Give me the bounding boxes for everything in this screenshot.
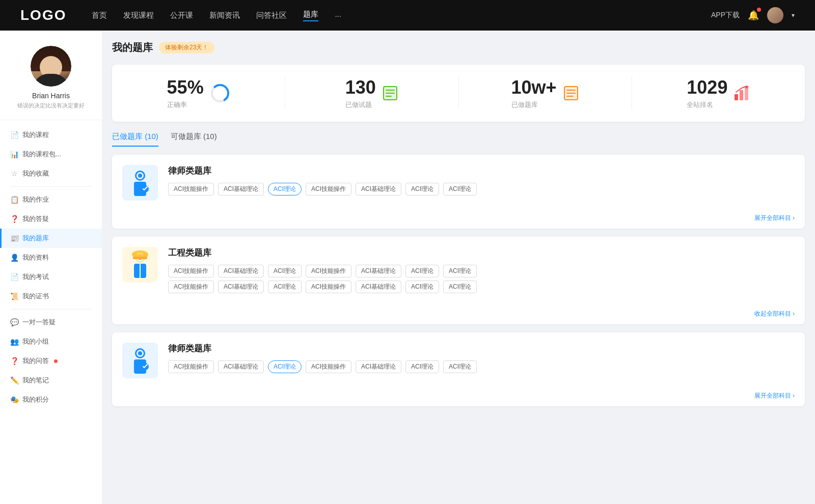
engineer-icon-wrap — [122, 247, 158, 283]
user-profile: Brian Harris 错误的决定比没有决定要好 — [0, 41, 102, 120]
category-card-lawyer-1: 律师类题库 ACI技能操作 ACI基础理论 ACI理论 ACI技能操作 ACI基… — [112, 155, 805, 229]
tag-lawyer1-3[interactable]: ACI技能操作 — [306, 183, 351, 195]
trial-badge: 体验剩余23天！ — [159, 42, 214, 53]
tag-lawyer1-1[interactable]: ACI基础理论 — [218, 183, 264, 195]
done-banks-icon — [563, 85, 579, 101]
sidebar-item-group[interactable]: 👥 我的小组 — [0, 332, 102, 351]
expand-lawyer-2[interactable]: 展开全部科目 › — [112, 388, 805, 406]
tag-eng-r1-3[interactable]: ACI技能操作 — [306, 265, 351, 277]
user-dropdown-arrow[interactable]: ▾ — [792, 12, 795, 19]
one-on-one-icon: 💬 — [10, 318, 18, 326]
tag-lawyer2-0[interactable]: ACI技能操作 — [168, 360, 214, 373]
stat-ranking-label: 全站排名 — [687, 100, 727, 109]
stat-done-questions-label: 已做试题 — [345, 100, 376, 109]
sidebar-item-question-bank[interactable]: 📰 我的题库 — [0, 229, 102, 248]
sidebar-item-favorites[interactable]: ☆ 我的收藏 — [0, 164, 102, 183]
sidebar-item-profile[interactable]: 👤 我的资料 — [0, 248, 102, 267]
tag-lawyer1-2[interactable]: ACI理论 — [268, 183, 302, 195]
navbar-right: APP下载 🔔 ▾ — [711, 7, 795, 23]
lawyer-svg-icon-2 — [128, 346, 152, 375]
stat-done-banks-label: 已做题库 — [511, 100, 557, 109]
tab-done-banks[interactable]: 已做题库 (10) — [112, 132, 158, 147]
svg-rect-25 — [133, 257, 147, 259]
category-content-lawyer-2: 律师类题库 ACI技能操作 ACI基础理论 ACI理论 ACI技能操作 ACI基… — [168, 343, 795, 376]
tag-eng-r1-2[interactable]: ACI理论 — [268, 265, 302, 277]
sidebar-item-exam[interactable]: 📄 我的考试 — [0, 267, 102, 287]
tag-eng-r1-4[interactable]: ACI基础理论 — [356, 265, 401, 277]
tag-lawyer1-5[interactable]: ACI理论 — [405, 183, 439, 195]
page-header: 我的题库 体验剩余23天！ — [112, 41, 805, 54]
user-avatar-nav[interactable] — [767, 7, 783, 23]
sidebar-item-course-package[interactable]: 📊 我的课程包... — [0, 145, 102, 164]
tag-eng-r1-0[interactable]: ACI技能操作 — [168, 265, 214, 277]
tag-lawyer2-5[interactable]: ACI理论 — [405, 360, 439, 373]
tags-row-engineer-2: ACI技能操作 ACI基础理论 ACI理论 ACI技能操作 ACI基础理论 AC… — [168, 281, 795, 293]
my-qa-icon: ❓ — [10, 357, 18, 365]
question-bank-icon: 📰 — [10, 234, 18, 242]
tag-lawyer1-4[interactable]: ACI基础理论 — [356, 183, 401, 195]
content-area: 我的题库 体验剩余23天！ 55% 正确率 — [102, 31, 815, 504]
category-name-engineer: 工程类题库 — [168, 247, 795, 259]
tag-lawyer1-6[interactable]: ACI理论 — [443, 183, 477, 195]
tag-eng-r2-0[interactable]: ACI技能操作 — [168, 281, 214, 293]
done-questions-icon — [382, 85, 398, 101]
tag-eng-r1-6[interactable]: ACI理论 — [443, 265, 477, 277]
category-card-engineer: 工程类题库 ACI技能操作 ACI基础理论 ACI理论 ACI技能操作 ACI基… — [112, 237, 805, 324]
sidebar-item-certificate[interactable]: 📜 我的证书 — [0, 287, 102, 306]
notes-icon: ✏️ — [10, 376, 18, 384]
nav-open-course[interactable]: 公开课 — [170, 11, 193, 20]
tag-eng-r2-2[interactable]: ACI理论 — [268, 281, 302, 293]
expand-lawyer-1[interactable]: 展开全部科目 › — [112, 211, 805, 229]
stat-done-questions: 130 已做试题 — [285, 77, 458, 109]
tag-lawyer2-4[interactable]: ACI基础理论 — [356, 360, 401, 373]
favorites-icon: ☆ — [10, 170, 18, 178]
tag-eng-r2-1[interactable]: ACI基础理论 — [218, 281, 264, 293]
tag-lawyer2-2[interactable]: ACI理论 — [268, 360, 302, 373]
lawyer-icon-wrap-1 — [122, 165, 158, 201]
sidebar-item-qa[interactable]: ❓ 我的答疑 — [0, 209, 102, 229]
sidebar-divider-2 — [10, 309, 92, 310]
nav-qa[interactable]: 问答社区 — [256, 11, 287, 20]
tag-eng-r1-1[interactable]: ACI基础理论 — [218, 265, 264, 277]
sidebar-item-notes[interactable]: ✏️ 我的笔记 — [0, 371, 102, 390]
nav-question-bank[interactable]: 题库 — [303, 10, 318, 21]
stat-ranking-value: 1029 — [687, 77, 727, 98]
tag-eng-r2-4[interactable]: ACI基础理论 — [356, 281, 401, 293]
sidebar-item-homework[interactable]: 📋 我的作业 — [0, 190, 102, 209]
tag-eng-r2-3[interactable]: ACI技能操作 — [306, 281, 351, 293]
nav-discover[interactable]: 发现课程 — [123, 11, 154, 20]
nav-home[interactable]: 首页 — [92, 11, 107, 20]
ranking-icon — [734, 85, 750, 101]
category-content-lawyer-1: 律师类题库 ACI技能操作 ACI基础理论 ACI理论 ACI技能操作 ACI基… — [168, 165, 795, 199]
stat-done-questions-value: 130 — [345, 77, 376, 98]
notification-bell[interactable]: 🔔 — [748, 10, 759, 21]
navbar-nav: 首页 发现课程 公开课 新闻资讯 问答社区 题库 ··· — [92, 10, 711, 21]
tag-lawyer2-1[interactable]: ACI基础理论 — [218, 360, 264, 373]
tag-lawyer2-6[interactable]: ACI理论 — [443, 360, 477, 373]
svg-point-32 — [138, 351, 142, 355]
tags-row-engineer-1: ACI技能操作 ACI基础理论 ACI理论 ACI技能操作 ACI基础理论 AC… — [168, 265, 795, 277]
tab-available-banks[interactable]: 可做题库 (10) — [171, 132, 217, 147]
collapse-engineer[interactable]: 收起全部科目 › — [112, 306, 805, 324]
stat-ranking: 1029 全站排名 — [632, 77, 805, 109]
nav-more[interactable]: ··· — [335, 11, 341, 20]
sidebar-item-my-course[interactable]: 📄 我的课程 — [0, 125, 102, 145]
tag-eng-r2-5[interactable]: ACI理论 — [405, 281, 439, 293]
group-icon: 👥 — [10, 338, 18, 346]
tag-eng-r2-6[interactable]: ACI理论 — [443, 281, 477, 293]
tag-lawyer2-3[interactable]: ACI技能操作 — [306, 360, 351, 373]
sidebar-item-points[interactable]: 🎭 我的积分 — [0, 390, 102, 409]
tag-eng-r1-5[interactable]: ACI理论 — [405, 265, 439, 277]
app-download-link[interactable]: APP下载 — [711, 11, 740, 20]
sidebar-item-my-qa[interactable]: ❓ 我的问答 — [0, 351, 102, 371]
nav-news[interactable]: 新闻资讯 — [209, 11, 240, 20]
tag-lawyer1-0[interactable]: ACI技能操作 — [168, 183, 214, 195]
course-package-icon: 📊 — [10, 150, 18, 158]
user-avatar — [31, 46, 71, 87]
accuracy-chart-icon — [210, 83, 230, 103]
sidebar: Brian Harris 错误的决定比没有决定要好 📄 我的课程 📊 我的课程包… — [0, 31, 102, 504]
exam-icon: 📄 — [10, 273, 18, 281]
stat-accuracy: 55% 正确率 — [112, 77, 285, 109]
points-icon: 🎭 — [10, 396, 18, 404]
sidebar-item-one-on-one[interactable]: 💬 一对一答疑 — [0, 313, 102, 332]
